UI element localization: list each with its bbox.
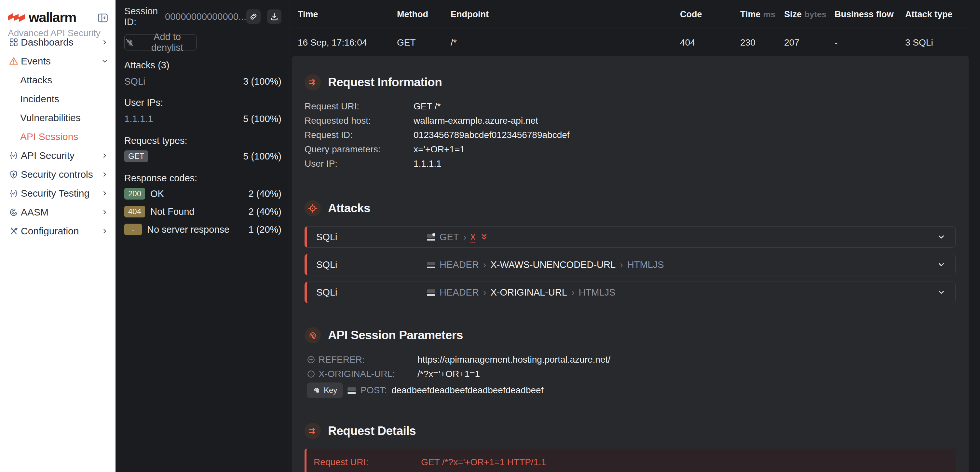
attack-row[interactable]: SQLi HEADER › X-WAWS-UNENCODED-URL › HTM…: [305, 254, 956, 275]
cell-attack-type: 3 SQLi: [905, 37, 969, 48]
crosshair-icon: [305, 200, 321, 217]
key-badge: Key: [307, 383, 343, 398]
cell-time: 16 Sep, 17:16:04: [298, 37, 397, 48]
cell-business-flow: -: [835, 37, 905, 48]
param-label: X-ORIGINAL-URL:: [318, 369, 417, 379]
sidebar-item-incidents[interactable]: Incidents: [0, 89, 116, 108]
plus-circle-icon[interactable]: [307, 370, 315, 378]
sidebar-item-api-sessions[interactable]: API Sessions: [0, 127, 116, 146]
request-details-header: Request Details: [305, 423, 956, 439]
sidebar-item-label: Attacks: [20, 75, 52, 86]
attack-row[interactable]: SQLi HEADER › X-ORIGINAL-URL › HTMLJS: [305, 282, 956, 303]
breadcrumb-separator: ›: [483, 260, 487, 270]
stat-row[interactable]: SQLi 3 (100%): [124, 77, 282, 86]
request-information-header: Request Information: [305, 74, 956, 91]
sidebar-item-security-testing[interactable]: Security Testing: [0, 184, 116, 203]
field-label: User IP:: [305, 158, 414, 169]
download-button[interactable]: [267, 10, 282, 24]
status-badge: 404: [124, 206, 145, 217]
sidebar-item-label: Events: [21, 56, 51, 67]
stat-row[interactable]: GET 5 (100%): [124, 150, 282, 163]
field-row: Request ID: 0123456789abcdef0123456789ab…: [305, 128, 956, 142]
stack-icon: [427, 261, 435, 268]
breadcrumb-separator: ›: [571, 287, 574, 298]
request-uri-highlight-row: Request URI: GET /*?x='+OR+1=1 HTTP/1.1: [305, 448, 956, 472]
session-param-row: X-ORIGINAL-URL: /*?x='+OR+1=1: [305, 367, 956, 381]
section-title: Attacks: [328, 201, 370, 215]
stat-row[interactable]: 404 Not Found 2 (40%): [124, 206, 282, 218]
field-label: Request ID:: [305, 130, 414, 140]
breadcrumb-separator: ›: [620, 260, 623, 270]
attack-row[interactable]: SQLi GET › x: [305, 226, 956, 248]
attack-type-label: SQLi: [316, 232, 427, 242]
cell-endpoint: /*: [451, 37, 680, 48]
column-unit: bytes: [804, 10, 826, 19]
chevron-down-icon[interactable]: [937, 233, 945, 241]
stat-row[interactable]: 200 OK 2 (40%): [124, 188, 282, 200]
attack-point-source: GET: [439, 232, 459, 242]
field-value: x='+OR+1=1: [414, 144, 465, 155]
chevron-right-icon: [101, 152, 108, 159]
attack-point-source: HEADER: [439, 287, 479, 298]
table-row[interactable]: 16 Sep, 17:16:04 GET /* 404 230 207 - 3 …: [290, 29, 969, 56]
plus-circle-icon[interactable]: [307, 356, 315, 364]
add-to-denylist-button[interactable]: Add to denylist: [124, 34, 197, 51]
grid-icon: [9, 37, 19, 47]
chevron-right-icon: [101, 171, 108, 178]
sidebar-item-security-controls[interactable]: Security controls: [0, 165, 116, 184]
sidebar-item-vulnerabilities[interactable]: Vulnerabilities: [0, 108, 116, 127]
requests-table-header: Time Method Endpoint Code Timems Sizebyt…: [290, 0, 969, 29]
copy-link-button[interactable]: [246, 10, 261, 24]
double-arrow-right-icon: [305, 74, 321, 91]
session-key-row: Key POST: deadbeefdeadbeefdeadbeefdeadbe…: [305, 383, 956, 398]
sidebar-item-api-security[interactable]: API Security: [0, 146, 116, 165]
sidebar-collapse-icon[interactable]: [97, 12, 109, 24]
attack-point-encoding: HTMLJS: [627, 260, 664, 270]
request-detail-panel: Request Information Request URI: GET /* …: [292, 56, 969, 472]
param-label: REFERER:: [318, 354, 417, 365]
chevron-right-icon: [101, 39, 108, 46]
sidebar-item-label: Dashboards: [21, 37, 73, 48]
field-row: User IP: 1.1.1.1: [305, 156, 956, 171]
stat-value: 3 (100%): [243, 76, 282, 87]
shield-bolt-icon: [9, 170, 19, 179]
target-rings-icon: [9, 207, 19, 217]
double-chevron-down-icon[interactable]: [480, 233, 489, 242]
attack-point-source: HEADER: [439, 260, 479, 270]
stat-label: Not Found: [150, 206, 194, 217]
attack-point-param: X-WAWS-UNENCODED-URL: [491, 260, 616, 270]
attack-point-param: X-ORIGINAL-URL: [491, 287, 567, 298]
column-header-time-ms: Time: [740, 10, 761, 19]
method-badge: GET: [124, 150, 148, 162]
column-header-method: Method: [397, 10, 428, 19]
attack-point-param[interactable]: x: [471, 231, 476, 243]
session-id-value: 00000000000000...: [165, 11, 246, 22]
field-value: 1.1.1.1: [414, 158, 442, 169]
sidebar-item-dashboards[interactable]: Dashboards: [0, 33, 116, 52]
field-label: Requested host:: [305, 116, 414, 126]
sidebar-item-aasm[interactable]: AASM: [0, 203, 116, 222]
param-label: POST:: [361, 385, 387, 395]
sidebar-item-attacks[interactable]: Attacks: [0, 71, 116, 89]
warning-triangle-icon: [9, 56, 19, 66]
braces-check-icon: [9, 151, 19, 161]
key-badge-label: Key: [324, 386, 337, 395]
api-session-parameters-header: API Session Parameters: [305, 327, 956, 343]
chevron-down-icon: [101, 57, 108, 65]
param-value: https://apimanagement.hosting.portal.azu…: [417, 354, 610, 365]
chevron-down-icon[interactable]: [937, 260, 945, 269]
sidebar: wallarm Advanced API Security Dashboards: [0, 0, 116, 472]
sidebar-item-events[interactable]: Events: [0, 52, 116, 71]
stat-row[interactable]: - No server response 1 (20%): [124, 223, 282, 236]
denylist-label: Add to denylist: [138, 32, 196, 53]
column-header-business-flow: Business flow: [835, 10, 894, 19]
stack-chip-icon: [427, 233, 435, 241]
cell-code: 404: [680, 37, 740, 48]
sidebar-item-label: API Sessions: [20, 131, 78, 142]
field-value: GET /*?x='+OR+1=1 HTTP/1.1: [421, 457, 546, 467]
field-row: Query parameters: x='+OR+1=1: [305, 142, 956, 156]
fingerprint-icon: [305, 327, 321, 343]
sidebar-item-configuration[interactable]: Configuration: [0, 222, 116, 241]
chevron-down-icon[interactable]: [937, 288, 945, 297]
stat-row[interactable]: 1.1.1.1 5 (100%): [124, 114, 282, 124]
